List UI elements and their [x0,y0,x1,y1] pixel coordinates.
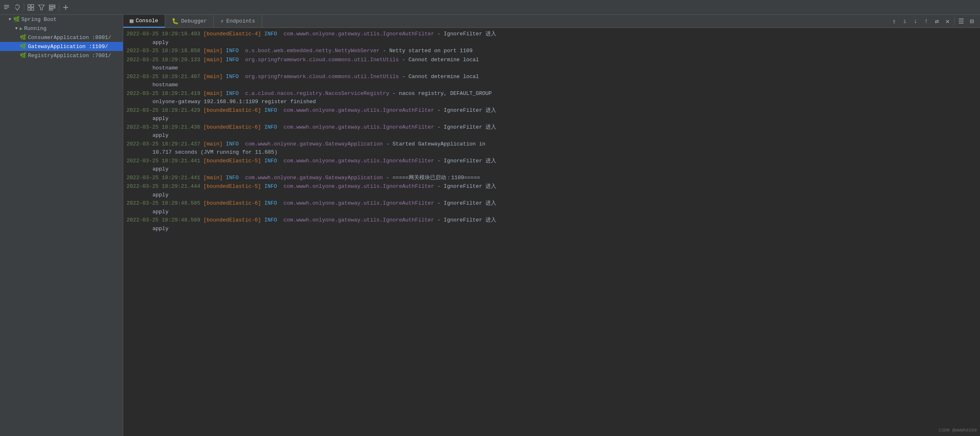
log-continuation: apply [127,225,977,233]
springboot-icon: 🌿 [13,16,20,23]
expand-arrow-springboot: ▼ [7,16,13,23]
tab-debugger[interactable]: 🐛 Debugger [165,15,214,28]
consumer-app-label: ConsumerApplication :8001/ [28,35,111,41]
tab-sep-1 [954,17,955,25]
log-continuation: apply [127,115,977,123]
tabbar: ▤ Console 🐛 Debugger ⚡ Endpoints ⇧ ⇩ ↓ ↑… [123,15,980,28]
sidebar-registry-app[interactable]: 🌿 RegistryApplication :7001/ [0,51,123,60]
clear-icon[interactable]: ✕ [943,16,952,26]
log-line: 2022-03-25 18:29:21.407 [main] INFO org.… [127,72,977,81]
scroll-up-icon[interactable]: ⇧ [889,16,899,26]
log-continuation: hostname [127,64,977,72]
wrap-icon[interactable]: ☰ [956,16,966,26]
sidebar-consumer-app[interactable]: 🌿 ConsumerApplication :8001/ [0,33,123,42]
sidebar-gateway-app[interactable]: 🌿 GatewayApplication :1109/ [0,42,123,51]
log-line: 2022-03-25 18:29:48.505 [boundedElastic-… [127,199,977,208]
log-line: 2022-03-25 18:29:21.429 [boundedElastic-… [127,106,977,115]
log-line: 2022-03-25 18:29:18.493 [boundedElastic-… [127,30,977,39]
log-line: 2022-03-25 18:29:21.441 [main] INFO com.… [127,173,977,182]
pin-icon[interactable] [12,2,22,12]
svg-rect-9 [49,7,55,8]
add-icon[interactable] [61,2,71,12]
log-continuation: apply [127,208,977,216]
sidebar-running-group[interactable]: ▼ ▶ Running [0,24,123,33]
sidebar-root-springboot[interactable]: ▼ 🌿 Spring Boot [0,15,123,24]
registry-app-label: RegistryApplication :7001/ [28,53,111,59]
endpoints-tab-icon: ⚡ [220,18,223,25]
console-tab-icon: ▤ [130,17,133,24]
log-line: 2022-03-25 18:29:21.436 [boundedElastic-… [127,123,977,132]
svg-rect-4 [31,5,34,7]
print-icon[interactable]: ⊟ [967,16,977,26]
gateway-app-icon: 🌿 [20,43,26,50]
log-line: 2022-03-25 18:29:18.858 [main] INFO o.s.… [127,46,977,55]
sidebar: ▼ 🌿 Spring Boot ▼ ▶ Running 🌿 ConsumerAp… [0,15,123,436]
toolbar [0,0,980,15]
log-line: 2022-03-25 18:29:21.419 [main] INFO c.a.… [127,89,977,98]
separator-1 [24,3,24,12]
debugger-tab-icon: 🐛 [172,18,179,25]
group-icon[interactable] [26,2,36,12]
console-output: 2022-03-25 18:29:18.493 [boundedElastic-… [123,28,980,436]
svg-marker-7 [39,5,44,10]
svg-rect-8 [49,5,55,6]
log-line: 2022-03-25 18:29:21.444 [boundedElastic-… [127,182,977,191]
scroll-down2-icon[interactable]: ↓ [911,16,920,26]
log-continuation: apply [127,39,977,47]
log-continuation: apply [127,165,977,173]
layout-icon[interactable] [47,2,57,12]
main-content: ▼ 🌿 Spring Boot ▼ ▶ Running 🌿 ConsumerAp… [0,15,980,436]
svg-rect-10 [49,9,53,10]
log-continuation: onlyone-gateway 192.168.96.1:1109 regist… [127,98,977,106]
rerun-icon[interactable] [2,2,12,12]
svg-rect-5 [28,8,30,10]
gateway-app-label: GatewayApplication :1109/ [28,44,108,50]
log-continuation: hostname [127,81,977,89]
tab-console[interactable]: ▤ Console [123,15,165,28]
registry-app-icon: 🌿 [20,52,26,59]
endpoints-tab-label: Endpoints [226,18,255,24]
running-label: Running [24,25,47,32]
springboot-label: Spring Boot [21,16,57,23]
expand-arrow-running: ▼ [13,25,20,32]
log-line: 2022-03-25 18:29:21.437 [main] INFO com.… [127,140,977,149]
log-continuation: 10.717 seconds (JVM running for 11.685) [127,148,977,157]
scroll-up2-icon[interactable]: ↑ [921,16,931,26]
filter-icon[interactable] [37,2,46,12]
svg-rect-6 [31,8,34,10]
watermark: CSDN @WWWh0209 [939,428,977,433]
tab-endpoints[interactable]: ⚡ Endpoints [214,15,262,28]
svg-rect-3 [28,5,30,7]
separator-2 [59,3,59,12]
log-line: 2022-03-25 18:29:21.441 [boundedElastic-… [127,157,977,166]
log-line: 2022-03-25 18:29:20.133 [main] INFO org.… [127,55,977,65]
consumer-app-icon: 🌿 [20,34,26,41]
scroll-down-icon[interactable]: ⇩ [900,16,910,26]
console-tab-label: Console [136,18,158,24]
debugger-tab-label: Debugger [181,18,207,24]
log-line: 2022-03-25 18:29:48.509 [boundedElastic-… [127,216,977,225]
running-icon: ▶ [20,26,23,31]
log-continuation: apply [127,191,977,199]
log-continuation: apply [127,131,977,140]
format-icon[interactable]: ⇄ [932,16,942,26]
